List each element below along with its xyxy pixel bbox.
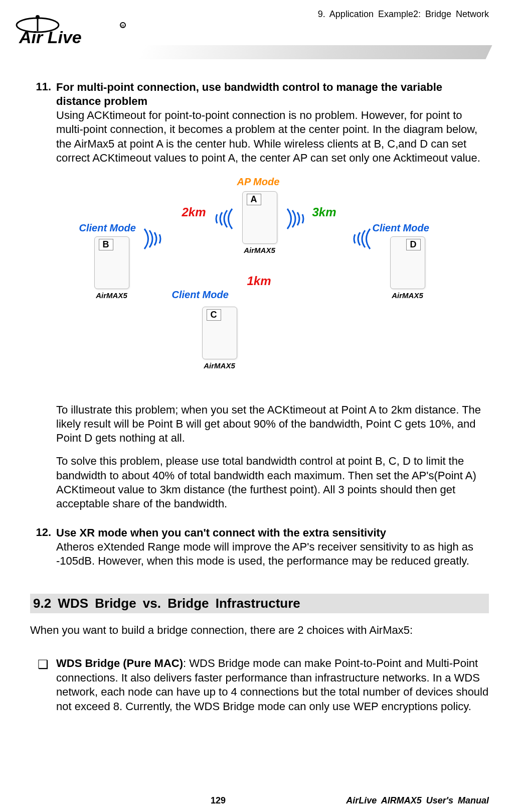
page-number: 129: [211, 795, 226, 806]
device-b: B AirMAX5: [89, 236, 134, 300]
manual-title: AirLive AIRMAX5 User's Manual: [346, 795, 489, 806]
device-caption: AirMAX5: [237, 246, 282, 254]
device-d-badge: D: [406, 239, 421, 250]
svg-point-2: [36, 15, 40, 19]
item-number: 12.: [30, 526, 56, 568]
page-content: 11. For multi-point connection, use band…: [30, 10, 489, 714]
device-c-badge: C: [207, 309, 221, 321]
signal-waves-icon: [282, 206, 312, 231]
device-caption: AirMAX5: [197, 361, 242, 370]
distance-1km: 1km: [247, 274, 271, 288]
page: 9. Application Example2: Bridge Network …: [0, 0, 519, 812]
header-divider: [137, 45, 492, 59]
signal-waves-icon: [207, 206, 237, 231]
svg-text:R: R: [121, 24, 124, 28]
bullet-body: WDS Bridge (Pure MAC): WDS Bridge mode c…: [56, 656, 489, 714]
bullet-label: WDS Bridge (Pure MAC): [56, 657, 183, 669]
item11-para3: To solve this problem, please use total …: [56, 454, 489, 511]
numbered-item-11: 11. For multi-point connection, use band…: [30, 80, 489, 165]
item-paragraph: Atheros eXtended Range mode will improve…: [56, 540, 473, 567]
svg-text:Air Live: Air Live: [19, 28, 82, 47]
item-paragraph: Using ACKtimeout for point-to-point conn…: [56, 109, 480, 164]
brand-logo: Air Live R: [15, 10, 135, 51]
client-mode-label: Client Mode: [79, 222, 136, 234]
distance-3km: 3km: [312, 205, 336, 219]
device-caption: AirMAX5: [89, 291, 134, 300]
item-heading: For multi-point connection, use bandwidt…: [56, 81, 442, 107]
item-number: 11.: [30, 80, 56, 165]
item-body: For multi-point connection, use bandwidt…: [56, 80, 489, 165]
signal-waves-icon: [139, 226, 169, 251]
bullet-wds-bridge: ❑ WDS Bridge (Pure MAC): WDS Bridge mode…: [30, 656, 489, 714]
device-b-badge: B: [99, 239, 113, 250]
device-caption: AirMAX5: [385, 291, 430, 300]
section-9-2-intro: When you want to build a bridge connecti…: [30, 623, 489, 638]
client-mode-label: Client Mode: [373, 222, 429, 234]
network-diagram: AP Mode A AirMAX5 2km 3km: [30, 176, 489, 394]
device-a: A AirMAX5: [237, 191, 282, 254]
diagram-canvas: AP Mode A AirMAX5 2km 3km: [84, 176, 435, 392]
page-footer: 129 AirLive AIRMAX5 User's Manual: [30, 795, 489, 806]
section-9-2-heading: 9.2 WDS Bridge vs. Bridge Infrastructure: [30, 594, 489, 613]
numbered-item-12: 12. Use XR mode when you can't connect w…: [30, 526, 489, 568]
square-bullet-icon: ❑: [30, 656, 56, 714]
device-a-badge: A: [247, 194, 261, 205]
item11-para2: To illustrate this problem; when you set…: [56, 403, 489, 445]
distance-2km: 2km: [182, 205, 206, 219]
signal-waves-icon: [345, 226, 375, 251]
item-body: Use XR mode when you can't connect with …: [56, 526, 489, 568]
ap-mode-label: AP Mode: [237, 176, 280, 188]
device-c: C AirMAX5: [197, 307, 242, 370]
chapter-header: 9. Application Example2: Bridge Network: [318, 9, 489, 20]
client-mode-label: Client Mode: [172, 289, 229, 301]
item-heading: Use XR mode when you can't connect with …: [56, 526, 386, 539]
device-d: D AirMAX5: [385, 236, 430, 300]
